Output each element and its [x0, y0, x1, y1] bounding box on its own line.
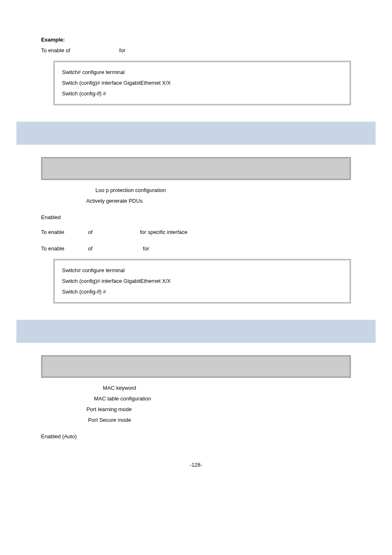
usage-text-1: To enable transmit mode of Loop protecti… [41, 229, 351, 236]
desc: Actively generate PDUs [85, 198, 143, 204]
t: To enable [41, 47, 64, 53]
code-line: Switch (config)# interface GigabitEthern… [62, 276, 342, 287]
code-box-1: Switch# configure terminal Switch (confi… [53, 61, 351, 105]
section-header-1: 4.2.65 loop-protect tx-mode [16, 122, 376, 145]
desc: MAC table configuration [92, 395, 151, 402]
description-header-2: Description: [41, 355, 351, 378]
t: for [118, 47, 125, 53]
code-line: Switch (config)# interface GigabitEthern… [62, 78, 342, 88]
description-header-1: Description: [41, 157, 351, 180]
example1-intro: To enabletransmit mode of Loop protectio… [41, 47, 351, 54]
desc: Port learning mode [85, 406, 131, 412]
default-value-2: Enabled (Auto) [41, 433, 351, 440]
code-line: Switch (config-if) # loop-protect tx-mod… [62, 88, 342, 99]
code-line: Switch# configure terminal [62, 265, 342, 276]
default-value-1: Enabled [41, 214, 351, 221]
desc: MAC keyword [101, 385, 136, 391]
t: of [66, 47, 70, 53]
example2-intro: To enable transmit mode of Loop protecti… [41, 245, 351, 252]
section-header-2: 4.2.66 loop-protect tx-mode [16, 320, 376, 343]
code-line: Switch (config-if) # loop-protect tx-mod… [62, 287, 342, 297]
desc: Loo p protection configuration [94, 187, 166, 193]
desc: Port Secure mode [87, 417, 131, 423]
description-body-2: mac MAC keyword address-table MAC table … [41, 383, 351, 426]
description-body-1: loop-protect Loo p protection configurat… [41, 185, 351, 206]
code-box-2: Switch# configure terminal Switch (confi… [53, 259, 351, 303]
page-number: -128- [41, 461, 351, 469]
code-line: Switch# configure terminal [62, 67, 342, 78]
example-heading-1: Example: [41, 36, 351, 44]
